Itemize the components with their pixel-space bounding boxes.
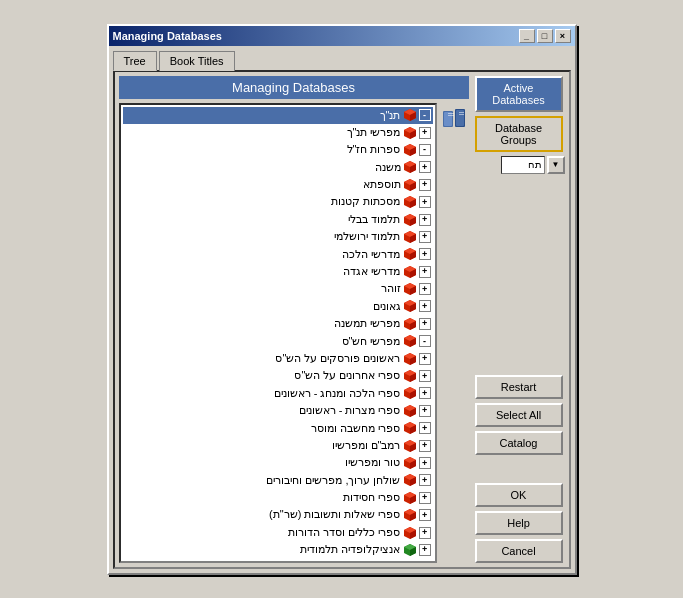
tree-item-25[interactable]: + אנציקלופדיה תלמודית bbox=[123, 541, 433, 558]
expand-btn-15[interactable]: + bbox=[419, 370, 431, 382]
help-button[interactable]: Help bbox=[475, 511, 563, 535]
tree-item-17[interactable]: + ספרי מצרות - ראשונים bbox=[123, 402, 433, 419]
maximize-button[interactable]: □ bbox=[537, 29, 553, 43]
cube-icon-20 bbox=[403, 456, 417, 470]
tree-item-text-6: תלמוד בבלי bbox=[125, 212, 401, 227]
tree-item-0[interactable]: - תנ"ך bbox=[123, 107, 433, 124]
expand-btn-1[interactable]: + bbox=[419, 127, 431, 139]
active-databases-button[interactable]: Active Databases bbox=[475, 76, 563, 112]
database-groups-label: Database Groups bbox=[495, 122, 542, 146]
expand-btn-9[interactable]: + bbox=[419, 266, 431, 278]
expand-btn-25[interactable]: + bbox=[419, 544, 431, 556]
cube-icon-15 bbox=[403, 369, 417, 383]
cube-icon-0 bbox=[403, 108, 417, 122]
expand-btn-8[interactable]: + bbox=[419, 248, 431, 260]
tree-item-22[interactable]: + ספרי חסידות bbox=[123, 489, 433, 506]
tree-top-row: - תנ"ך + מפרשי תנ"ך bbox=[119, 103, 469, 563]
tree-item-12[interactable]: + מפרשי תמשנה bbox=[123, 315, 433, 332]
tree-item-19[interactable]: + רמב"ם ומפרשיו bbox=[123, 437, 433, 454]
expand-btn-13[interactable]: - bbox=[419, 335, 431, 347]
tree-item-7[interactable]: + תלמוד ירושלמי bbox=[123, 228, 433, 245]
tree-item-11[interactable]: + גאונים bbox=[123, 298, 433, 315]
tree-item-14[interactable]: + ראשונים פורסקים על הש"ס bbox=[123, 350, 433, 367]
close-button[interactable]: × bbox=[555, 29, 571, 43]
tree-item-3[interactable]: + משנה bbox=[123, 159, 433, 176]
expand-btn-3[interactable]: + bbox=[419, 161, 431, 173]
tab-bar: Tree Book Titles bbox=[113, 50, 571, 70]
tree-item-18[interactable]: + ספרי מחשבה ומוסר bbox=[123, 420, 433, 437]
tab-tree[interactable]: Tree bbox=[113, 51, 157, 71]
tree-item-text-17: ספרי מצרות - ראשונים bbox=[125, 403, 401, 418]
cancel-button[interactable]: Cancel bbox=[475, 539, 563, 563]
active-databases-label: Active Databases bbox=[492, 82, 545, 106]
tree-item-9[interactable]: + מדרשי אגדה bbox=[123, 263, 433, 280]
tree-item-4[interactable]: + תוספתא bbox=[123, 176, 433, 193]
cube-icon-11 bbox=[403, 299, 417, 313]
minimize-button[interactable]: _ bbox=[519, 29, 535, 43]
dropdown-input[interactable] bbox=[501, 156, 545, 174]
tree-item-10[interactable]: + זוהר bbox=[123, 280, 433, 297]
tree-item-13[interactable]: - מפרשי חש"ס bbox=[123, 333, 433, 350]
expand-btn-11[interactable]: + bbox=[419, 300, 431, 312]
expand-btn-20[interactable]: + bbox=[419, 457, 431, 469]
expand-btn-14[interactable]: + bbox=[419, 353, 431, 365]
expand-btn-4[interactable]: + bbox=[419, 179, 431, 191]
expand-btn-17[interactable]: + bbox=[419, 405, 431, 417]
svg-rect-5 bbox=[448, 115, 454, 116]
expand-btn-23[interactable]: + bbox=[419, 509, 431, 521]
expand-btn-21[interactable]: + bbox=[419, 474, 431, 486]
expand-btn-10[interactable]: + bbox=[419, 283, 431, 295]
expand-btn-16[interactable]: + bbox=[419, 387, 431, 399]
spacer bbox=[475, 178, 565, 371]
expand-btn-0[interactable]: - bbox=[419, 109, 431, 121]
expand-btn-6[interactable]: + bbox=[419, 214, 431, 226]
catalog-button[interactable]: Catalog bbox=[475, 431, 563, 455]
window-content: Tree Book Titles Managing Databases bbox=[109, 46, 575, 573]
expand-btn-7[interactable]: + bbox=[419, 231, 431, 243]
cube-icon-2 bbox=[403, 143, 417, 157]
tree-item-text-8: מדרשי הלכה bbox=[125, 247, 401, 262]
books-icon bbox=[441, 105, 469, 135]
cube-icon-7 bbox=[403, 230, 417, 244]
expand-btn-19[interactable]: + bbox=[419, 440, 431, 452]
cube-icon-5 bbox=[403, 195, 417, 209]
panel-header: Managing Databases bbox=[119, 76, 469, 99]
cube-icon-17 bbox=[403, 404, 417, 418]
tree-item-23[interactable]: + ספרי שאלות ותשובות (שר"ת) bbox=[123, 506, 433, 523]
tree-item-text-9: מדרשי אגדה bbox=[125, 264, 401, 279]
tree-item-text-19: רמב"ם ומפרשיו bbox=[125, 438, 401, 453]
expand-btn-22[interactable]: + bbox=[419, 492, 431, 504]
expand-btn-12[interactable]: + bbox=[419, 318, 431, 330]
tab-book-titles[interactable]: Book Titles bbox=[159, 51, 235, 71]
dropdown-arrow-button[interactable]: ▼ bbox=[547, 156, 565, 174]
expand-btn-2[interactable]: - bbox=[419, 144, 431, 156]
tree-item-6[interactable]: + תלמוד בבלי bbox=[123, 211, 433, 228]
main-panel: Managing Databases bbox=[113, 70, 571, 569]
tree-item-text-11: גאונים bbox=[125, 299, 401, 314]
database-groups-button[interactable]: Database Groups bbox=[475, 116, 563, 152]
tree-item-24[interactable]: + ספרי כללים וסדר הדורות bbox=[123, 524, 433, 541]
tree-item-8[interactable]: + מדרשי הלכה bbox=[123, 246, 433, 263]
select-all-button[interactable]: Select All bbox=[475, 403, 563, 427]
expand-btn-24[interactable]: + bbox=[419, 527, 431, 539]
tree-item-15[interactable]: + ספרי אחרונים על הש"ס bbox=[123, 367, 433, 384]
restart-button[interactable]: Restart bbox=[475, 375, 563, 399]
tree-item-20[interactable]: + טור ומפרשיו bbox=[123, 454, 433, 471]
svg-rect-6 bbox=[459, 112, 464, 113]
left-section: Managing Databases bbox=[119, 76, 469, 563]
expand-btn-18[interactable]: + bbox=[419, 422, 431, 434]
tree-item-16[interactable]: + ספרי הלכה ומנחג - ראשונים bbox=[123, 385, 433, 402]
tree-item-text-20: טור ומפרשיו bbox=[125, 455, 401, 470]
tree-item-text-16: ספרי הלכה ומנחג - ראשונים bbox=[125, 386, 401, 401]
tree-item-5[interactable]: + מסכתות קטנות bbox=[123, 193, 433, 210]
cube-icon-22 bbox=[403, 491, 417, 505]
tree-item-2[interactable]: - ספרות חז"ל bbox=[123, 141, 433, 158]
spacer2 bbox=[475, 459, 565, 479]
tree-items-container: - תנ"ך + מפרשי תנ"ך bbox=[119, 103, 437, 563]
expand-btn-5[interactable]: + bbox=[419, 196, 431, 208]
main-window: Managing Databases _ □ × Tree Book Title… bbox=[107, 24, 577, 575]
tree-item-text-4: תוספתא bbox=[125, 177, 401, 192]
ok-button[interactable]: OK bbox=[475, 483, 563, 507]
tree-item-21[interactable]: + שולחן ערוך, מפרשים וחיבורים bbox=[123, 472, 433, 489]
tree-item-1[interactable]: + מפרשי תנ"ך bbox=[123, 124, 433, 141]
